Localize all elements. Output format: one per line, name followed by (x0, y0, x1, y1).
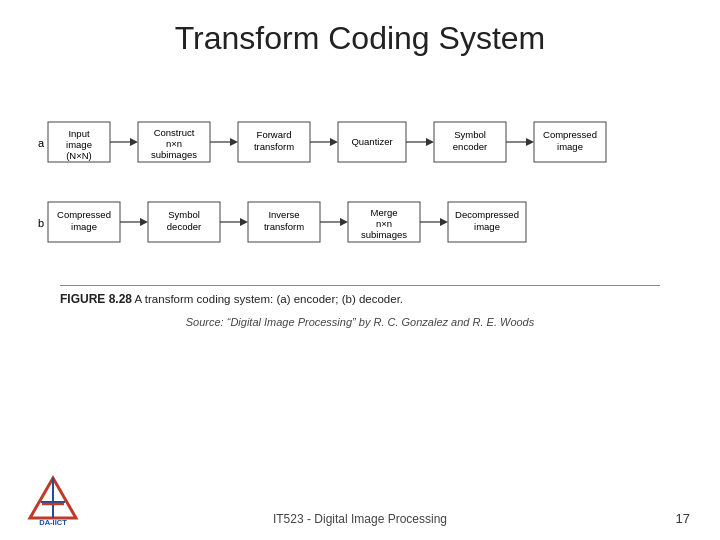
svg-text:Merge: Merge (371, 207, 398, 218)
svg-marker-5 (130, 138, 138, 146)
source-suffix: by R. C. Gonzalez and R. E. Woods (356, 316, 535, 328)
page-number: 17 (676, 511, 690, 526)
svg-text:Quantizer: Quantizer (351, 136, 392, 147)
logo: DA-IICT (24, 474, 82, 530)
row-label-b: b (38, 217, 44, 229)
svg-text:Decompressed: Decompressed (455, 209, 519, 220)
svg-text:Forward: Forward (257, 129, 292, 140)
source-line: Source: “Digital Image Processing” by R.… (30, 316, 690, 328)
svg-marker-11 (230, 138, 238, 146)
slide-title: Transform Coding System (30, 20, 690, 57)
svg-text:n×n: n×n (376, 218, 392, 229)
footer: IT523 - Digital Image Processing (0, 512, 720, 526)
footer-text: IT523 - Digital Image Processing (273, 512, 447, 526)
svg-marker-25 (526, 138, 534, 146)
svg-text:decoder: decoder (167, 221, 201, 232)
svg-text:DA-IICT: DA-IICT (39, 518, 67, 526)
source-italic: “Digital Image Processing” (227, 316, 356, 328)
svg-text:Compressed: Compressed (57, 209, 111, 220)
figure-caption: FIGURE 8.28 A transform coding system: (… (60, 285, 660, 306)
svg-text:encoder: encoder (453, 141, 487, 152)
svg-text:Inverse: Inverse (268, 209, 299, 220)
svg-text:Symbol: Symbol (454, 129, 486, 140)
svg-text:image: image (474, 221, 500, 232)
svg-marker-16 (330, 138, 338, 146)
slide: Transform Coding System a Input image (N… (0, 0, 720, 540)
svg-marker-38 (240, 218, 248, 226)
svg-text:(N×N): (N×N) (66, 150, 92, 161)
logo-svg: DA-IICT (24, 474, 82, 526)
svg-text:Construct: Construct (154, 127, 195, 138)
svg-text:transform: transform (264, 221, 304, 232)
svg-text:Symbol: Symbol (168, 209, 200, 220)
svg-text:subimages: subimages (361, 229, 407, 240)
diagram: a Input image (N×N) Construct n×n subima… (30, 75, 690, 285)
svg-text:Input: Input (68, 128, 89, 139)
svg-text:transform: transform (254, 141, 294, 152)
source-prefix: Source: (186, 316, 227, 328)
row-label-a: a (38, 137, 45, 149)
svg-marker-49 (440, 218, 448, 226)
svg-text:subimages: subimages (151, 149, 197, 160)
svg-text:n×n: n×n (166, 138, 182, 149)
svg-marker-33 (140, 218, 148, 226)
svg-marker-20 (426, 138, 434, 146)
figure-text: A transform coding system: (a) encoder; … (132, 293, 403, 305)
svg-marker-43 (340, 218, 348, 226)
svg-text:image: image (71, 221, 97, 232)
svg-text:image: image (66, 139, 92, 150)
svg-text:Compressed: Compressed (543, 129, 597, 140)
figure-bold: FIGURE 8.28 (60, 292, 132, 306)
svg-text:image: image (557, 141, 583, 152)
